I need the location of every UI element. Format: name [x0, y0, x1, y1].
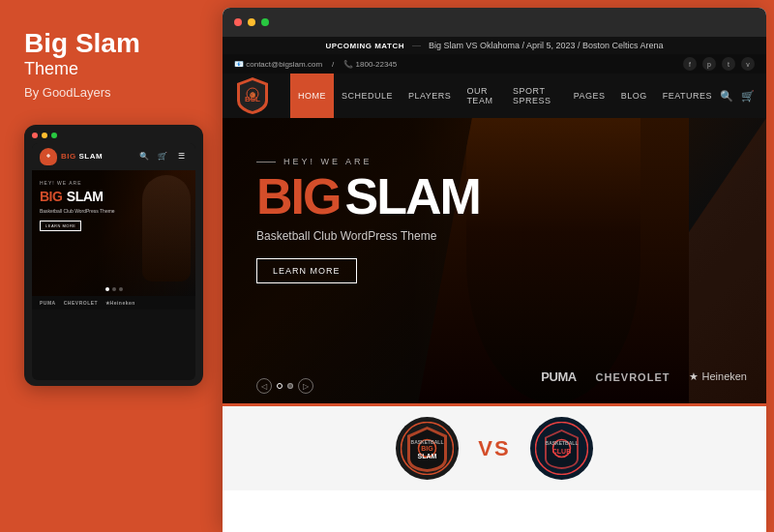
phone-text: 📞 1800-22345 [343, 60, 397, 69]
mobile-inner: BIG SLAM 🔍 🛒 ☰ HEY! WE ARE BIG [32, 143, 195, 380]
nav-item-features[interactable]: FEATURES [655, 74, 720, 118]
nav-item-blog[interactable]: BLOG [613, 74, 655, 118]
browser-mockup: UPCOMING MATCH — Big Slam VS Oklahoma / … [223, 8, 766, 532]
brand-subtitle: Theme [24, 59, 198, 79]
svg-text:CLUB: CLUB [551, 448, 570, 455]
topbar-info: Big Slam VS Oklahoma / April 5, 2023 / B… [429, 41, 664, 50]
mobile-hey-label: HEY! WE ARE [40, 180, 115, 186]
mobile-hero-content: HEY! WE ARE BIG SLAM Basketball Club Wor… [40, 180, 115, 232]
hero-title: BIG SLAM [256, 171, 480, 222]
browser-dot-red [234, 18, 242, 26]
vimeo-icon[interactable]: v [741, 57, 755, 71]
contact-left: 📧 contact@bigslam.com / 📞 1800-22345 [234, 60, 397, 69]
hero-ind-dot-1 [277, 383, 283, 389]
topbar-sep: — [412, 41, 421, 50]
nav-item-pages[interactable]: PAGES [566, 74, 613, 118]
site-topbar: UPCOMING MATCH — Big Slam VS Oklahoma / … [223, 37, 766, 54]
divider: / [332, 60, 334, 69]
nav-item-schedule[interactable]: SCHEDULE [334, 74, 401, 118]
mobile-dot-yellow [42, 133, 47, 138]
mobile-logo-icon [40, 148, 57, 165]
hero-cta-button[interactable]: LEARN MORE [256, 258, 357, 283]
browser-dot-yellow [248, 18, 255, 26]
mobile-preview: BIG SLAM 🔍 🛒 ☰ HEY! WE ARE BIG [24, 125, 203, 386]
upcoming-match-label: UPCOMING MATCH [325, 42, 404, 50]
mobile-menu-icon[interactable]: ☰ [174, 150, 188, 163]
left-panel: Big Slam Theme By GoodLayers [0, 0, 223, 532]
sponsor-puma: PUMA [541, 369, 576, 384]
sponsor-heineken: ★ Heineken [689, 370, 747, 383]
shield-logo-icon: BSL 🏀 [234, 75, 271, 116]
nav-item-players[interactable]: PLAYERS [401, 74, 459, 118]
mobile-nav-icons: 🔍 🛒 ☰ [137, 150, 188, 163]
svg-text:SLAM: SLAM [418, 453, 437, 459]
facebook-icon[interactable]: f [683, 57, 697, 71]
mobile-ind-dot-3 [119, 287, 123, 291]
email-text: 📧 contact@bigslam.com [234, 60, 322, 69]
mobile-sponsors: PUMA CHEVROLET ★Heineken [32, 296, 195, 310]
nav-item-home[interactable]: HOME [290, 74, 334, 118]
mobile-hero: HEY! WE ARE BIG SLAM Basketball Club Wor… [32, 170, 195, 296]
hero-description: Basketball Club WordPress Theme [256, 229, 480, 243]
mobile-ind-dot-1 [105, 287, 109, 291]
site-hero: HEY! WE ARE BIG SLAM Basketball Club Wor… [223, 118, 766, 403]
team2-logo: BASKETBALL CLUB [530, 417, 593, 480]
mobile-sponsor-heineken: ★Heineken [105, 300, 135, 306]
mobile-big-text: BIG [40, 189, 62, 204]
hero-slam-text: SLAM [344, 171, 479, 222]
mobile-nav: BIG SLAM 🔍 🛒 ☰ [32, 143, 195, 170]
brand-title: Big Slam [24, 29, 198, 59]
nav-search-icon[interactable]: 🔍 [720, 90, 733, 103]
browser-dot-green [261, 18, 269, 26]
mobile-ind-dot-2 [112, 287, 116, 291]
hero-content: HEY! WE ARE BIG SLAM Basketball Club Wor… [256, 157, 480, 283]
mobile-dot-green [51, 133, 57, 138]
hero-hey-label: HEY! WE ARE [256, 157, 480, 166]
mobile-indicators [105, 287, 123, 291]
vs-text: VS [478, 436, 510, 461]
hero-player-silhouette [466, 118, 640, 403]
site-logo: BSL 🏀 [234, 75, 271, 116]
mobile-sponsor-puma: PUMA [40, 300, 56, 306]
vs-section: BASKETBALL BIG SLAM VS BASKETBALL CLUB [223, 403, 766, 490]
site-nav: BSL 🏀 HOME SCHEDULE PLAYERS OUR TEAM SPO… [223, 74, 766, 118]
mobile-cart-icon[interactable]: 🛒 [156, 150, 169, 163]
hero-big-text: BIG [256, 171, 340, 222]
mobile-slam-text: SLAM [67, 189, 104, 204]
nav-right: 🔍 🛒 [720, 90, 755, 103]
hero-ind-dot-2 [287, 383, 293, 389]
mobile-logo: BIG SLAM [40, 148, 103, 165]
browser-bar [223, 8, 766, 37]
site-contactbar: 📧 contact@bigslam.com / 📞 1800-22345 f p… [223, 54, 766, 74]
hero-sponsors: PUMA CHEVROLET ★ Heineken [541, 369, 747, 384]
hero-next-arrow[interactable]: ▷ [298, 378, 313, 394]
team1-logo: BASKETBALL BIG SLAM [396, 417, 459, 480]
nav-cart-icon[interactable]: 🛒 [741, 90, 755, 103]
mobile-dot-red [32, 133, 38, 138]
svg-text:BASKETBALL: BASKETBALL [545, 440, 578, 446]
mobile-logo-text: BIG SLAM [61, 152, 103, 161]
brand-by: By GoodLayers [24, 85, 198, 100]
svg-text:BIG: BIG [422, 445, 434, 452]
svg-text:🏀: 🏀 [250, 92, 256, 99]
twitter-icon[interactable]: t [722, 57, 735, 71]
hero-indicators: ◁ ▷ [256, 378, 313, 394]
mobile-player-silhouette [142, 175, 191, 281]
sponsor-chevrolet: CHEVROLET [596, 371, 670, 383]
mobile-cta-button[interactable]: LEARN MORE [40, 221, 81, 231]
contact-right: f p t v [683, 57, 755, 71]
nav-item-sport-spress[interactable]: SPORT SPRESS [505, 74, 566, 118]
nav-item-our-team[interactable]: OUR TEAM [459, 74, 505, 118]
mobile-sponsor-chevrolet: CHEVROLET [64, 300, 98, 306]
mobile-tagline: Basketball Club WordPress Theme [40, 208, 115, 215]
mobile-search-icon[interactable]: 🔍 [137, 150, 151, 163]
hero-prev-arrow[interactable]: ◁ [256, 378, 272, 394]
nav-items: HOME SCHEDULE PLAYERS OUR TEAM SPORT SPR… [290, 74, 720, 118]
pinterest-icon[interactable]: p [702, 57, 716, 71]
